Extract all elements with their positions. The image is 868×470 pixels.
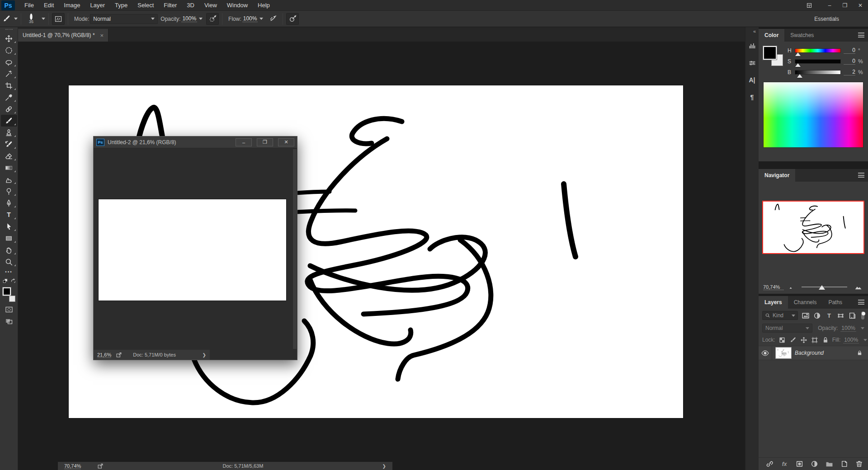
zoom-out-icon[interactable] [788,285,794,290]
filter-adjustment-icon[interactable] [812,311,822,320]
navigator-zoom-slider[interactable] [802,287,847,287]
floating-window-scrollbar[interactable] [292,149,297,349]
default-colors-icon[interactable] [2,278,9,284]
menu-view[interactable]: View [199,0,222,11]
navigator-zoom-field[interactable]: 70,74% [763,284,784,290]
group-layer-icon[interactable] [825,460,834,469]
status-chevron-icon[interactable]: ❯ [203,352,206,357]
workspace-switcher[interactable]: Essentials [814,11,839,27]
opacity-value[interactable]: 100% [181,15,197,22]
floating-minimize-button[interactable]: – [236,138,252,146]
tool-clone-stamp[interactable] [1,127,17,138]
new-layer-layer-icon[interactable] [840,460,849,469]
lock-all-icon[interactable] [821,336,830,344]
layer-opacity-value[interactable]: 100% [840,325,856,332]
tool-brush[interactable] [1,115,17,127]
tool-elliptical-marquee[interactable] [1,44,17,56]
tab-swatches[interactable]: Swatches [784,29,820,42]
lock-position-icon[interactable] [800,336,808,344]
tab-close-icon[interactable]: × [100,32,104,39]
color-spectrum-picker[interactable] [763,82,863,148]
zoom-level-field[interactable]: 70,74% [64,463,81,469]
tool-eyedropper[interactable] [1,91,17,103]
tool-path-selection[interactable] [1,221,17,232]
panel-menu-icon[interactable] [858,300,864,305]
layer-visibility-toggle[interactable] [759,346,772,360]
tool-history-brush[interactable] [1,138,17,150]
menu-file[interactable]: File [19,0,39,11]
tool-gradient[interactable] [1,162,17,174]
pressure-opacity-button[interactable] [206,13,219,25]
floating-maximize-button[interactable]: ❐ [257,138,273,146]
expand-panels-icon[interactable]: « [753,27,756,35]
mask-layer-icon[interactable] [795,460,804,469]
filter-toggle-switch[interactable] [861,311,864,320]
restore-button[interactable]: ❐ [837,0,853,11]
panel-menu-icon[interactable] [858,33,864,38]
foreground-color-swatch[interactable] [3,287,11,296]
pressure-size-button[interactable] [286,13,299,25]
flow-value[interactable]: 100% [242,15,258,22]
brush-preset-picker[interactable]: 35 [24,14,45,24]
menu-select[interactable]: Select [132,0,159,11]
tool-lasso[interactable] [1,56,17,68]
filter-shape-icon[interactable] [836,311,846,320]
menu-window[interactable]: Window [222,0,253,11]
filter-type-icon[interactable]: T [824,311,834,320]
panel-icon-character[interactable]: A| [746,73,758,87]
menu-filter[interactable]: Filter [159,0,182,11]
layout-grid-icon[interactable] [807,3,822,8]
share-icon[interactable] [116,352,122,358]
adjustment-layer-icon[interactable] [810,460,819,469]
panel-icon-properties[interactable] [746,56,758,70]
share-icon[interactable] [97,463,104,469]
saturation-slider[interactable] [795,59,841,64]
fill-value[interactable]: 100% [843,337,859,343]
layer-thumbnail[interactable] [776,348,791,358]
status-chevron-icon[interactable]: ❯ [382,464,386,469]
foreground-background-swatch[interactable] [2,287,16,302]
tool-quick-selection[interactable] [1,68,17,80]
minimize-button[interactable]: – [822,0,837,11]
filter-smart-object-icon[interactable] [848,311,858,320]
menu-layer[interactable]: Layer [85,0,110,11]
quick-mask-button[interactable] [1,304,17,315]
document-tab[interactable]: Untitled-1 @ 70,7% (RGB/8) * × [18,29,108,42]
floating-zoom-level[interactable]: 21,6% [97,352,111,358]
hue-slider[interactable] [795,48,841,53]
tab-channels[interactable]: Channels [788,296,823,309]
brightness-slider[interactable] [795,70,841,75]
navigator-thumbnail[interactable] [762,201,864,254]
tool-hand[interactable] [1,244,17,256]
edit-toolbar-button[interactable]: ••• [1,268,17,277]
menu-3d[interactable]: 3D [182,0,199,11]
panel-icon-histogram[interactable] [746,39,758,52]
hue-value[interactable]: 0 [844,47,855,54]
toggle-brush-settings-button[interactable] [52,13,65,25]
menu-image[interactable]: Image [59,0,85,11]
blend-mode-dropdown[interactable]: Normal [90,14,158,24]
navigator-view-box[interactable] [762,201,864,254]
tool-move[interactable] [1,33,17,44]
tab-color[interactable]: Color [759,29,784,42]
tool-dodge[interactable] [1,185,17,197]
background-color-swatch[interactable] [9,296,15,302]
zoom-in-icon[interactable] [854,284,863,290]
saturation-value[interactable]: 0 [844,58,855,65]
tool-spot-healing-brush[interactable] [1,103,17,115]
panel-menu-icon[interactable] [858,173,864,178]
filter-image-icon[interactable] [801,311,811,320]
delete-layer-icon[interactable] [854,460,863,469]
panel-icon-paragraph[interactable]: ¶ [746,90,758,104]
floating-window-titlebar[interactable]: Ps Untitled-2 @ 21,6% (RGB/8) – ❐ ✕ [94,136,297,148]
tab-layers[interactable]: Layers [759,296,788,309]
lock-transparent-pixels-icon[interactable] [778,336,786,344]
swap-colors-icon[interactable] [10,278,16,284]
tool-type[interactable]: T [1,209,17,221]
link-layer-icon[interactable] [765,460,774,469]
close-button[interactable]: ✕ [853,0,868,11]
screen-mode-button[interactable] [1,315,17,327]
lock-pixels-icon[interactable] [789,336,797,344]
layer-name[interactable]: Background [795,350,824,356]
menu-help[interactable]: Help [253,0,275,11]
